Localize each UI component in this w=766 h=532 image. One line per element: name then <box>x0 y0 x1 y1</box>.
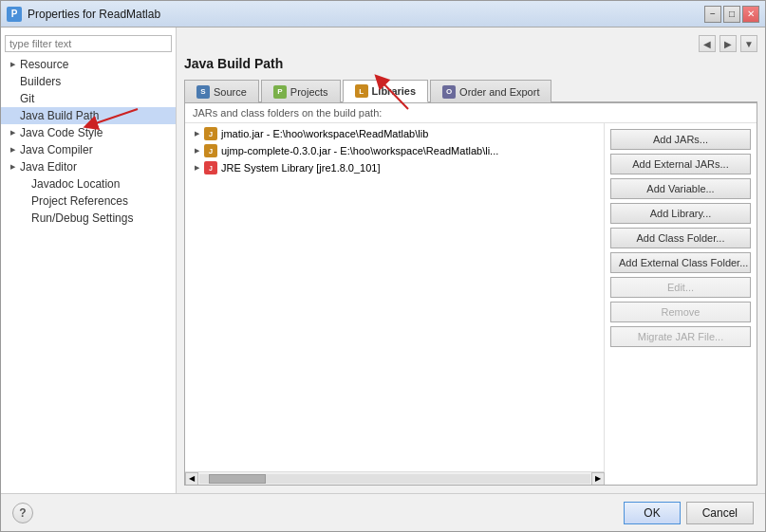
sidebar-label-builders: Builders <box>20 75 61 88</box>
tree-label-jmatio: jmatio.jar - E:\hoo\workspace\ReadMatlab… <box>221 128 428 139</box>
sidebar-item-java-code-style[interactable]: Java Code Style <box>1 124 176 141</box>
sidebar: ResourceBuildersGitJava Build PathJava C… <box>1 28 177 493</box>
sidebar-item-resource[interactable]: Resource <box>1 56 176 73</box>
tree-label-ujmp: ujmp-complete-0.3.0.jar - E:\hoo\workspa… <box>221 145 498 156</box>
ok-button[interactable]: OK <box>624 502 680 524</box>
sidebar-label-run-debug-settings: Run/Debug Settings <box>31 211 133 225</box>
sidebar-label-javadoc-location: Javadoc Location <box>31 177 120 191</box>
sidebar-item-java-editor[interactable]: Java Editor <box>1 158 176 175</box>
tab-icon-libraries: L <box>355 84 368 98</box>
edit-button: Edit... <box>610 277 751 298</box>
tree-expand-ujmp <box>193 147 200 155</box>
sidebar-item-java-compiler[interactable]: Java Compiler <box>1 141 176 158</box>
tree-expand-jmatio <box>193 130 200 138</box>
add-external-jars-button[interactable]: Add External JARs... <box>610 154 751 174</box>
add-library-button[interactable]: Add Library... <box>610 203 751 224</box>
tab-icon-source: S <box>196 85 210 99</box>
add-variable-button[interactable]: Add Variable... <box>610 178 751 199</box>
title-controls: − □ ✕ <box>704 6 759 23</box>
tab-icon-order-export: O <box>442 85 456 99</box>
sidebar-label-git: Git <box>20 92 34 105</box>
help-button[interactable]: ? <box>12 503 33 523</box>
expand-icon-java-editor <box>9 163 16 171</box>
horizontal-scrollbar[interactable]: ◀ ▶ <box>185 471 605 485</box>
tab-projects[interactable]: PProjects <box>261 80 341 102</box>
scroll-right-button[interactable]: ▶ <box>591 472 605 486</box>
tab-order-export[interactable]: OOrder and Export <box>430 80 551 102</box>
cancel-button[interactable]: Cancel <box>686 502 754 524</box>
tab-label-projects: Projects <box>290 86 328 98</box>
tab-label-order-export: Order and Export <box>459 86 539 98</box>
scroll-track[interactable] <box>199 474 590 484</box>
sidebar-item-run-debug-settings[interactable]: Run/Debug Settings <box>1 210 176 227</box>
properties-window: P Properties for ReadMatlab − □ ✕ Resour… <box>0 0 766 532</box>
footer: ? OK Cancel <box>1 493 765 531</box>
expand-icon-java-code-style <box>9 129 16 137</box>
top-nav-icons: ◀ ▶ ▼ <box>184 35 757 52</box>
footer-right: OK Cancel <box>624 502 754 524</box>
tree-item-jmatio[interactable]: Jjmatio.jar - E:\hoo\workspace\ReadMatla… <box>185 125 604 142</box>
sidebar-label-resource: Resource <box>20 58 68 71</box>
tab-libraries[interactable]: LLibraries <box>343 80 428 102</box>
dropdown-button[interactable]: ▼ <box>740 35 757 52</box>
tree-item-ujmp[interactable]: Jujmp-complete-0.3.0.jar - E:\hoo\worksp… <box>185 142 604 159</box>
sidebar-item-git[interactable]: Git <box>1 90 176 107</box>
sidebar-item-project-references[interactable]: Project References <box>1 193 176 210</box>
tree-item-jre[interactable]: JJRE System Library [jre1.8.0_101] <box>185 159 604 176</box>
sidebar-label-java-build-path: Java Build Path <box>20 109 99 122</box>
tab-label-source: Source <box>214 86 247 98</box>
add-jars-button[interactable]: Add JARs... <box>610 129 751 150</box>
footer-left: ? <box>12 503 33 523</box>
library-content: Jjmatio.jar - E:\hoo\workspace\ReadMatla… <box>185 123 757 485</box>
tree-icon-jmatio: J <box>204 127 217 140</box>
library-tree: Jjmatio.jar - E:\hoo\workspace\ReadMatla… <box>185 123 605 471</box>
add-class-folder-button[interactable]: Add Class Folder... <box>610 228 751 248</box>
tab-icon-projects: P <box>273 85 287 99</box>
back-button[interactable]: ◀ <box>699 35 716 52</box>
migrate-jar-button: Migrate JAR File... <box>610 326 751 347</box>
tab-source[interactable]: SSource <box>184 80 259 102</box>
sidebar-label-java-compiler: Java Compiler <box>20 143 93 156</box>
button-panel: Add JARs...Add External JARs...Add Varia… <box>605 123 757 485</box>
sidebar-label-project-references: Project References <box>31 194 128 208</box>
sidebar-item-javadoc-location[interactable]: Javadoc Location <box>1 175 176 193</box>
expand-icon-resource <box>9 61 16 68</box>
window-title: Properties for ReadMatlab <box>28 8 160 21</box>
sidebar-label-java-editor: Java Editor <box>20 160 77 174</box>
sidebar-item-java-build-path[interactable]: Java Build Path <box>1 107 176 124</box>
window-icon: P <box>7 7 22 22</box>
tree-icon-ujmp: J <box>204 144 217 157</box>
tree-icon-jre: J <box>204 161 217 174</box>
add-external-class-folder-button[interactable]: Add External Class Folder... <box>610 252 751 273</box>
tab-description: JARs and class folders on the build path… <box>185 103 757 123</box>
tab-content: JARs and class folders on the build path… <box>184 102 757 486</box>
tabs-row: SSourcePProjectsLLibrariesOOrder and Exp… <box>184 79 757 102</box>
expand-icon-java-compiler <box>9 146 16 154</box>
tree-label-jre: JRE System Library [jre1.8.0_101] <box>221 162 381 174</box>
remove-button: Remove <box>610 302 751 322</box>
minimize-button[interactable]: − <box>704 6 721 23</box>
close-button[interactable]: ✕ <box>742 6 759 23</box>
maximize-button[interactable]: □ <box>723 6 740 23</box>
panel-title: Java Build Path <box>184 56 757 71</box>
scroll-thumb[interactable] <box>209 474 266 484</box>
title-bar: P Properties for ReadMatlab − □ ✕ <box>1 1 765 28</box>
filter-input[interactable] <box>5 35 172 52</box>
title-bar-left: P Properties for ReadMatlab <box>7 7 160 22</box>
sidebar-label-java-code-style: Java Code Style <box>20 126 103 139</box>
tree-expand-jre <box>193 164 200 172</box>
content-area: ResourceBuildersGitJava Build PathJava C… <box>1 28 765 493</box>
scroll-left-button[interactable]: ◀ <box>185 472 198 486</box>
main-panel: ◀ ▶ ▼ Java Build Path SSourcePProjectsLL… <box>177 28 765 493</box>
tab-label-libraries: Libraries <box>372 85 416 97</box>
sidebar-item-builders[interactable]: Builders <box>1 73 176 90</box>
forward-button[interactable]: ▶ <box>719 35 737 52</box>
